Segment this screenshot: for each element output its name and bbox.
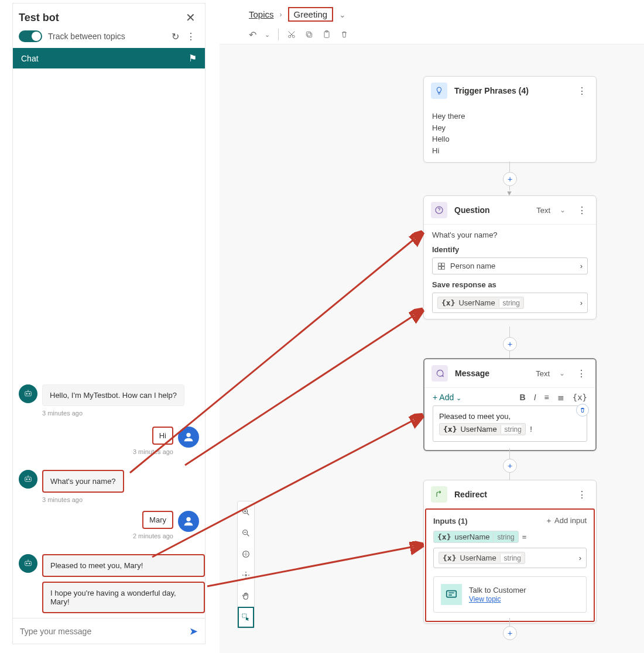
test-bot-panel: Test bot ✕ Track between topics ↻ ⋮ Chat… xyxy=(12,3,205,644)
more-icon[interactable]: ⋮ xyxy=(186,31,196,42)
trigger-node[interactable]: Trigger Phrases (4) ⋮ Hey thereHeyHelloH… xyxy=(423,76,597,163)
redirect-topic-title: Talk to Customer xyxy=(469,586,526,594)
chat-input[interactable] xyxy=(20,627,189,636)
svg-point-9 xyxy=(186,517,190,521)
copy-icon[interactable] xyxy=(304,30,314,39)
user-avatar xyxy=(178,427,199,448)
topic-icon xyxy=(441,584,462,605)
track-toggle[interactable] xyxy=(19,30,42,42)
svg-rect-5 xyxy=(25,477,32,482)
view-topic-link[interactable]: View topic xyxy=(469,595,501,603)
chat-tab-label[interactable]: Chat xyxy=(21,54,39,63)
chevron-down-icon[interactable]: ⌄ xyxy=(560,206,566,214)
param-token: {x}userNamestring xyxy=(433,531,519,543)
reset-icon[interactable]: ↻ xyxy=(172,31,179,42)
entity-icon xyxy=(437,262,446,270)
breadcrumb-current[interactable]: Greeting xyxy=(288,7,334,22)
node-title: Trigger Phrases (4) xyxy=(454,86,568,95)
send-icon[interactable]: ➤ xyxy=(189,625,198,638)
paste-icon[interactable] xyxy=(322,30,331,39)
svg-rect-17 xyxy=(306,32,310,36)
zoom-fit-icon[interactable] xyxy=(238,544,254,565)
trigger-phrase: Hi xyxy=(432,145,588,157)
node-title: Question xyxy=(454,205,529,215)
variable-field[interactable]: {x}UserNamestring › xyxy=(432,293,588,313)
close-icon[interactable]: ✕ xyxy=(186,11,196,25)
msg-time: 3 minutes ago xyxy=(42,496,124,503)
bold-icon[interactable]: B xyxy=(520,393,526,402)
zoom-in-icon[interactable] xyxy=(238,501,254,523)
source-variable-field[interactable]: {x}UserNamestring › xyxy=(433,548,587,568)
delete-icon[interactable] xyxy=(576,404,589,417)
chevron-right-icon: › xyxy=(579,554,581,562)
add-button[interactable]: + Add ⌄ xyxy=(433,393,461,402)
pan-icon[interactable] xyxy=(238,586,254,607)
zoom-controls xyxy=(237,501,255,628)
breadcrumb-root[interactable]: Topics xyxy=(249,9,274,19)
inputs-label: Inputs (1) xyxy=(433,517,468,525)
bot-avatar xyxy=(19,384,37,403)
message-text-box[interactable]: Pleased to meet you, {x}UserNamestring ! xyxy=(433,405,587,442)
bot-message: What's your name? xyxy=(42,470,124,493)
question-node[interactable]: Question Text ⌄ ⋮ What's your name? Iden… xyxy=(423,195,597,319)
node-type[interactable]: Text xyxy=(536,206,550,215)
svg-point-4 xyxy=(186,433,190,437)
add-node-button[interactable]: + xyxy=(503,626,517,640)
redirect-target[interactable]: Talk to Customer View topic xyxy=(433,576,587,613)
svg-rect-24 xyxy=(442,266,445,269)
node-type[interactable]: Text xyxy=(536,369,550,378)
bot-message: Pleased to meet you, Mary! xyxy=(42,554,205,577)
trigger-phrase: Hey xyxy=(432,122,588,134)
add-node-button[interactable]: + xyxy=(503,337,517,351)
node-title: Redirect xyxy=(454,490,568,499)
lightbulb-icon xyxy=(431,83,447,99)
add-node-button[interactable]: + xyxy=(503,459,517,473)
chevron-down-icon[interactable]: ⌄ xyxy=(265,31,270,39)
svg-point-29 xyxy=(245,575,247,576)
trigger-phrase: Hey there xyxy=(432,111,588,122)
undo-icon[interactable]: ↶ xyxy=(249,29,256,40)
flag-icon[interactable]: ⚑ xyxy=(189,53,197,64)
chat-input-row: ➤ xyxy=(13,618,205,644)
svg-rect-30 xyxy=(242,614,246,618)
node-title: Message xyxy=(455,369,529,378)
svg-rect-0 xyxy=(25,391,32,396)
more-icon[interactable]: ⋮ xyxy=(575,85,589,97)
bot-message: I hope you're having a wonderful day, Ma… xyxy=(42,582,205,613)
svg-point-7 xyxy=(29,479,30,480)
chevron-down-icon[interactable]: ⌄ xyxy=(339,10,346,19)
redirect-icon xyxy=(431,486,447,503)
chevron-down-icon[interactable]: ⌄ xyxy=(559,369,565,377)
add-input-button[interactable]: ＋ Add input xyxy=(545,515,587,526)
add-node-button[interactable]: + xyxy=(503,172,517,186)
save-as-label: Save response as xyxy=(432,280,588,289)
user-message: Mary xyxy=(142,511,173,529)
cut-icon[interactable] xyxy=(287,30,296,39)
more-icon[interactable]: ⋮ xyxy=(575,489,589,500)
breadcrumb: Topics › Greeting ⌄ xyxy=(220,0,644,25)
variable-icon[interactable]: {x} xyxy=(573,393,587,402)
trigger-phrases-list: Hey thereHeyHelloHi xyxy=(424,105,596,162)
more-icon[interactable]: ⋮ xyxy=(574,368,588,379)
track-label: Track between topics xyxy=(48,32,125,41)
message-icon xyxy=(431,365,448,382)
numbered-icon[interactable]: ≣ xyxy=(557,393,564,402)
more-icon[interactable]: ⋮ xyxy=(575,205,589,216)
select-icon[interactable] xyxy=(238,607,254,628)
user-avatar xyxy=(178,511,199,532)
delete-icon[interactable] xyxy=(340,30,349,39)
identify-field[interactable]: Person name › xyxy=(432,257,588,274)
svg-point-6 xyxy=(26,479,28,480)
zoom-out-icon[interactable] xyxy=(238,523,254,544)
question-prompt[interactable]: What's your name? xyxy=(432,231,588,239)
bot-avatar xyxy=(19,470,37,489)
bullets-icon[interactable]: ≡ xyxy=(544,393,549,402)
authoring-canvas[interactable]: Trigger Phrases (4) ⋮ Hey thereHeyHelloH… xyxy=(220,44,644,653)
chat-body: Hello, I'm MyTestbot. How can I help? 3 … xyxy=(13,68,205,618)
message-node[interactable]: Message Text ⌄ ⋮ + Add ⌄ B I ≡ ≣ {x} Ple… xyxy=(423,358,597,451)
recenter-icon[interactable] xyxy=(238,565,254,586)
italic-icon[interactable]: I xyxy=(534,393,536,402)
redirect-node[interactable]: Redirect ⋮ Inputs (1) ＋ Add input {x}use… xyxy=(423,480,597,624)
svg-rect-25 xyxy=(447,591,457,597)
svg-point-11 xyxy=(26,563,28,564)
